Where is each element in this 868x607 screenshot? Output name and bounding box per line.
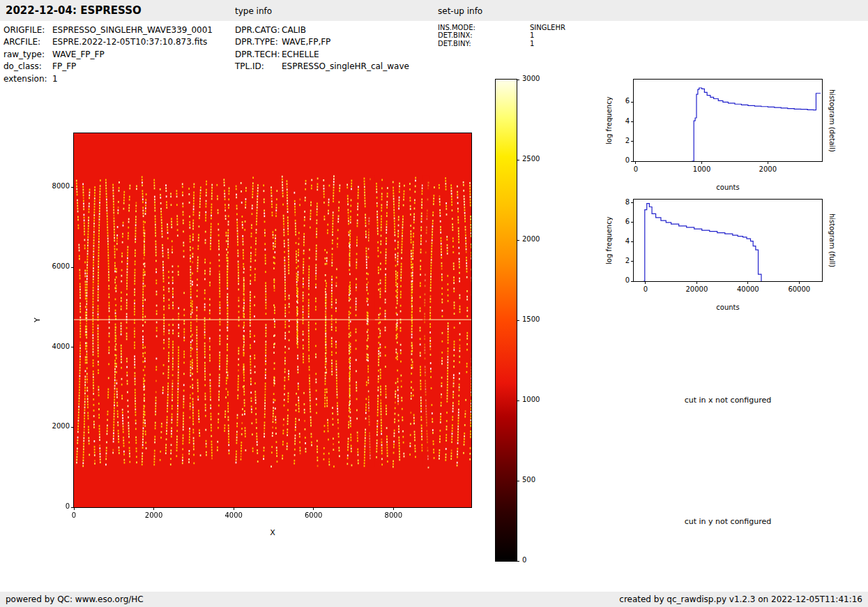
y-tick-mark: [631, 261, 634, 262]
info-row: DPR.CATG:CALIB: [235, 25, 409, 37]
histogram-full-xlabel: counts: [633, 304, 823, 311]
info-label: DPR.CATG:: [235, 25, 282, 37]
histogram-full-title: histogram (full): [827, 199, 837, 282]
y-tick-mark: [631, 281, 634, 282]
info-row: ORIGFILE:ESPRESSO_SINGLEHR_WAVE339_0001: [3, 25, 213, 37]
histogram-detail-xlabel: counts: [633, 183, 823, 191]
x-tick-label: 0: [615, 165, 657, 173]
colorbar-tick-mark: [517, 160, 519, 160]
colorbar-tick-mark: [517, 80, 519, 80]
x-tick-mark: [393, 507, 394, 510]
info-value: ESPRESSO_SINGLEHR_WAVE339_0001: [52, 25, 213, 37]
info-value: 1: [530, 40, 534, 47]
y-tick-mark: [631, 102, 634, 103]
colorbar-tick-mark: [517, 240, 519, 241]
histogram-detail-title: histogram (detail): [827, 79, 837, 162]
histogram-full-axes: 020000400006000002468: [633, 199, 823, 282]
info-label: ARCFILE:: [3, 37, 52, 49]
x-tick-mark: [768, 161, 768, 164]
x-tick-mark: [701, 161, 702, 164]
y-tick-label: 6000: [40, 262, 70, 270]
colorbar-tick-label: 0: [522, 556, 550, 564]
x-tick-mark: [153, 507, 154, 510]
colorbar-tick-label: 1000: [522, 396, 550, 403]
x-tick-label: 40000: [727, 285, 769, 293]
y-tick-mark: [631, 141, 634, 142]
info-label: do_class:: [3, 61, 52, 73]
histogram-full-ylabel: log frequency: [604, 199, 614, 282]
colorbar-tick-label: 3000: [522, 75, 550, 82]
info-value: ECHELLE: [282, 50, 319, 61]
raw-image-canvas: [74, 133, 471, 507]
info-value: WAVE,FP,FP: [282, 37, 330, 49]
info-value: WAVE_FP_FP: [52, 50, 105, 61]
info-value: 1: [530, 31, 534, 39]
colorbar-tick-label: 500: [522, 476, 550, 484]
info-value: ESPRE.2022-12-05T10:37:10.873.fits: [52, 37, 207, 49]
colorbar-tick-label: 2500: [522, 155, 550, 163]
x-tick-label: 2000: [747, 165, 789, 173]
info-row: INS.MODE:SINGLEHR: [438, 24, 565, 31]
y-tick-mark: [631, 202, 634, 203]
x-tick-label: 60000: [778, 285, 820, 293]
y-axis-label: Y: [32, 133, 43, 508]
footer-bar: powered by QC: www.eso.org/HC created by…: [0, 592, 868, 607]
info-value: ESPRESSO_singleHR_cal_wave: [282, 61, 409, 73]
info-label: ORIGFILE:: [3, 25, 52, 37]
info-label: extension:: [3, 74, 52, 86]
raw-image-axes: 0200040006000800002000400060008000: [73, 133, 472, 508]
x-tick-label: 6000: [293, 511, 335, 519]
info-label: raw_type:: [3, 50, 52, 61]
info-row: ARCFILE:ESPRE.2022-12-05T10:37:10.873.fi…: [3, 37, 213, 49]
colorbar-tick-mark: [517, 561, 519, 562]
y-tick-mark: [71, 507, 74, 508]
cut-x-note: cut in x not configured: [633, 396, 823, 405]
x-tick-label: 1000: [681, 165, 723, 173]
x-tick-label: 20000: [676, 285, 717, 293]
y-tick-mark: [71, 427, 74, 428]
x-tick-mark: [74, 507, 75, 510]
type-info-heading: type info: [235, 6, 272, 16]
y-tick-label: 2000: [40, 422, 70, 430]
x-tick-mark: [234, 507, 234, 510]
y-tick-mark: [631, 241, 634, 242]
info-label: DET.BINY:: [438, 40, 530, 47]
info-value: SINGLEHR: [530, 24, 565, 31]
x-tick-mark: [635, 161, 636, 164]
x-tick-mark: [747, 281, 748, 284]
cut-y-note: cut in y not configured: [633, 517, 823, 526]
qc-report-page: 2022-12-04: ESPRESSO type info set-up in…: [0, 0, 868, 607]
y-tick-label: 4000: [40, 343, 70, 350]
info-row: DET.BINX:1: [438, 31, 565, 39]
type-info-block: DPR.CATG:CALIB DPR.TYPE:WAVE,FP,FP DPR.T…: [235, 25, 409, 74]
colorbar: 050010001500200025003000: [495, 79, 517, 562]
info-value: 1: [52, 74, 58, 86]
setup-info-block: INS.MODE:SINGLEHR DET.BINX:1 DET.BINY:1: [438, 24, 565, 47]
info-label: DPR.TYPE:: [235, 37, 282, 49]
histogram-step-line: [634, 80, 822, 161]
y-tick-mark: [631, 222, 634, 223]
x-axis-label: X: [73, 528, 472, 537]
info-row: DPR.TECH:ECHELLE: [235, 50, 409, 61]
histogram-detail-axes: 0100020000246: [633, 79, 823, 162]
info-label: TPL.ID:: [235, 61, 282, 73]
x-tick-label: 8000: [372, 511, 414, 519]
info-row: raw_type:WAVE_FP_FP: [3, 50, 213, 61]
x-tick-mark: [799, 281, 800, 284]
x-tick-mark: [645, 281, 646, 284]
info-label: DPR.TECH:: [235, 50, 282, 61]
page-title: 2022-12-04: ESPRESSO: [6, 4, 142, 17]
header-bar: 2022-12-04: ESPRESSO type info set-up in…: [0, 0, 868, 21]
footer-left: powered by QC: www.eso.org/HC: [6, 594, 144, 604]
colorbar-tick-mark: [517, 320, 519, 321]
info-value: CALIB: [282, 25, 306, 37]
colorbar-tick-mark: [517, 400, 519, 401]
y-tick-mark: [71, 267, 74, 268]
x-tick-label: 4000: [213, 511, 254, 519]
y-tick-label: 0: [40, 502, 70, 510]
x-tick-mark: [313, 507, 314, 510]
info-value: FP_FP: [52, 61, 76, 73]
info-label: INS.MODE:: [438, 24, 530, 31]
x-tick-label: 0: [53, 511, 95, 519]
histogram-step-line: [634, 200, 822, 281]
